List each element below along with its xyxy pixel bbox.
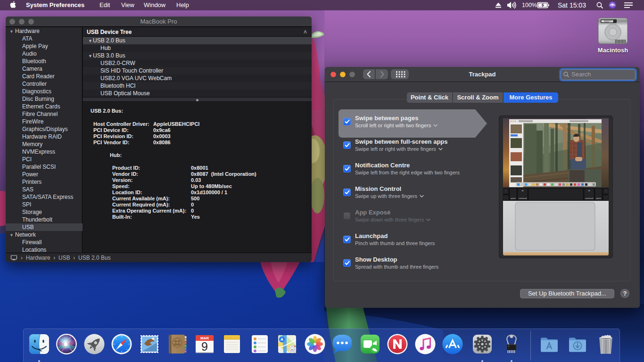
svg-text:option: option [511, 197, 516, 199]
svg-text:⌘: ⌘ [522, 189, 524, 192]
svg-text:command: command [585, 197, 594, 199]
svg-text:command: command [519, 197, 527, 199]
svg-text:option: option [596, 197, 601, 199]
svg-text:9: 9 [201, 340, 208, 353]
svg-text:⌘: ⌘ [588, 189, 590, 192]
svg-text:3D: 3D [290, 348, 294, 351]
